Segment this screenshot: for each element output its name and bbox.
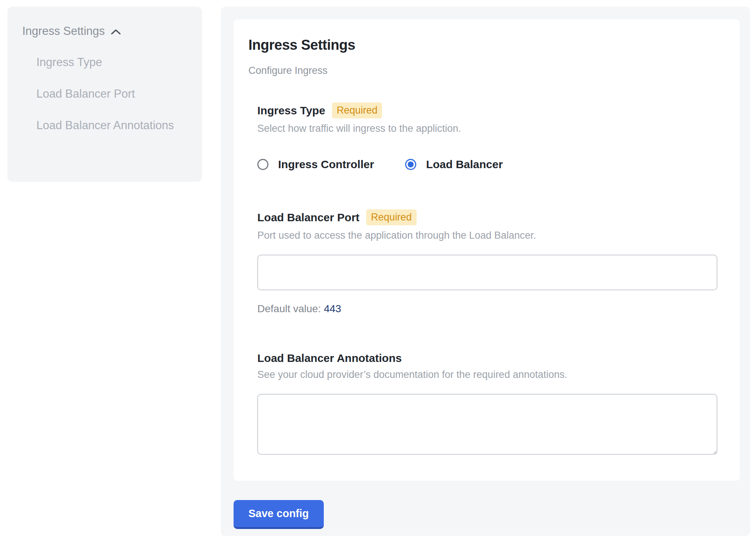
chevron-up-icon [111, 29, 121, 35]
save-config-button[interactable]: Save config [234, 500, 324, 529]
page-subtitle: Configure Ingress [248, 65, 717, 76]
radio-option-load-balancer[interactable]: Load Balancer [405, 158, 503, 171]
sidebar-section-ingress-settings[interactable]: Ingress Settings [22, 24, 186, 38]
section-ingress-type: Ingress Type Required Select how traffic… [257, 102, 717, 171]
section-load-balancer-port: Load Balancer Port Required Port used to… [257, 209, 717, 315]
default-value-label: Default value: [257, 303, 321, 314]
field-label-load-balancer-port: Load Balancer Port [257, 211, 359, 224]
load-balancer-annotations-textarea[interactable] [257, 394, 717, 455]
section-load-balancer-annotations: Load Balancer Annotations See your cloud… [257, 352, 717, 455]
ingress-type-radio-group: Ingress Controller Load Balancer [257, 158, 717, 171]
radio-label: Load Balancer [426, 158, 503, 171]
sidebar-item-load-balancer-annotations[interactable]: Load Balancer Annotations [36, 117, 186, 134]
default-value-row: Default value:443 [257, 303, 717, 315]
ingress-settings-card: Ingress Settings Configure Ingress Ingre… [234, 19, 740, 481]
field-description: Port used to access the application thro… [257, 230, 717, 241]
sidebar-item-load-balancer-port[interactable]: Load Balancer Port [36, 86, 186, 102]
field-label-load-balancer-annotations: Load Balancer Annotations [257, 352, 402, 365]
page-title: Ingress Settings [248, 37, 717, 53]
sidebar-nav: Ingress Type Load Balancer Port Load Bal… [22, 54, 186, 134]
field-description: Select how traffic will ingress to the a… [257, 123, 717, 134]
field-description: See your cloud provider’s documentation … [257, 369, 717, 380]
sidebar-item-ingress-type[interactable]: Ingress Type [36, 54, 186, 71]
radio-option-ingress-controller[interactable]: Ingress Controller [257, 158, 374, 171]
required-badge: Required [366, 209, 417, 225]
radio-icon [405, 159, 416, 170]
radio-label: Ingress Controller [278, 158, 374, 171]
radio-icon [257, 159, 268, 170]
field-label-ingress-type: Ingress Type [257, 104, 325, 117]
sidebar-section-label: Ingress Settings [22, 24, 105, 38]
default-value: 443 [324, 303, 341, 314]
load-balancer-port-input[interactable] [257, 255, 717, 290]
settings-panel: Ingress Settings Configure Ingress Ingre… [221, 7, 750, 536]
required-badge: Required [332, 102, 382, 118]
settings-sidebar: Ingress Settings Ingress Type Load Balan… [7, 7, 202, 182]
